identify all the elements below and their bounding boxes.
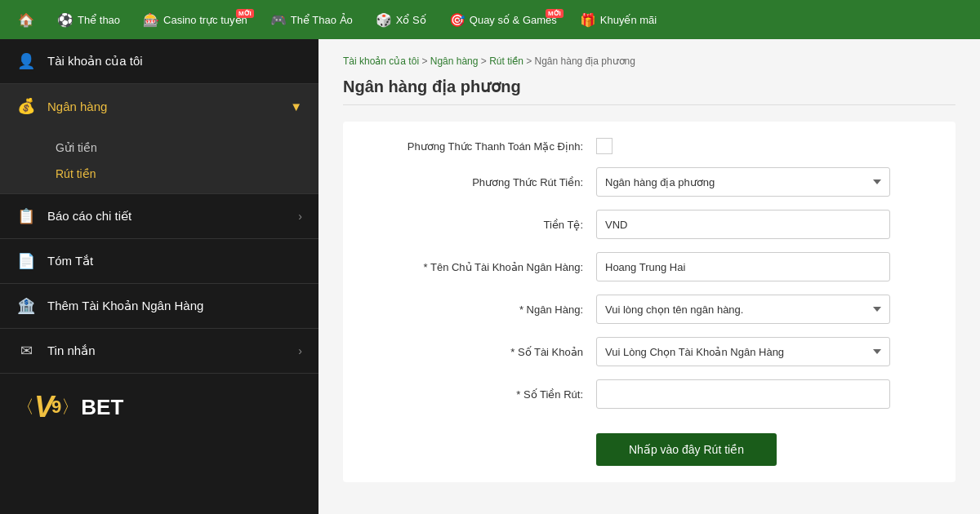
bank-icon: 💰 bbox=[16, 97, 36, 115]
nav-sports-label: Thể thao bbox=[78, 14, 120, 26]
sidebar-item-account[interactable]: 👤 Tài khoản của tôi bbox=[0, 39, 318, 84]
breadcrumb-withdraw[interactable]: Rút tiền bbox=[489, 55, 523, 67]
sidebar-messages-label: Tin nhắn bbox=[47, 343, 298, 358]
home-icon: 🏠 bbox=[18, 12, 34, 28]
account-number-select[interactable]: Vui Lòng Chọn Tài Khoản Ngân Hàng bbox=[596, 337, 890, 366]
messages-chevron-icon: › bbox=[298, 344, 302, 357]
nav-sports[interactable]: ⚽ Thể thao bbox=[47, 7, 130, 33]
breadcrumb-account[interactable]: Tài khoản của tôi bbox=[343, 55, 419, 67]
submit-button[interactable]: Nhấp vào đây Rút tiền bbox=[596, 433, 777, 466]
breadcrumb-sep3: > bbox=[526, 55, 534, 67]
nav-virtual[interactable]: 🎮 Thể Thao Ảo bbox=[261, 7, 363, 33]
sidebar-item-summary[interactable]: 📄 Tóm Tắt bbox=[0, 239, 318, 284]
sidebar-bank-submenu: Gửi tiền Rút tiền bbox=[0, 128, 318, 193]
bank-name-select[interactable]: Vui lòng chọn tên ngân hàng. bbox=[596, 295, 890, 324]
breadcrumb-current: Ngân hàng địa phương bbox=[535, 55, 635, 67]
casino-icon: 🎰 bbox=[143, 12, 159, 28]
breadcrumb-bank[interactable]: Ngân hàng bbox=[430, 55, 479, 67]
breadcrumb: Tài khoản của tôi > Ngân hàng > Rút tiền… bbox=[343, 55, 956, 67]
amount-input[interactable] bbox=[596, 379, 890, 409]
amount-label: * Số Tiền Rút: bbox=[368, 388, 596, 401]
sidebar-account-label: Tài khoản của tôi bbox=[47, 54, 302, 69]
form-submit-row: Nhấp vào đây Rút tiền bbox=[368, 425, 931, 466]
sidebar-deposit[interactable]: Gửi tiền bbox=[47, 135, 318, 161]
bank-form: Phương Thức Thanh Toán Mặc Định: Phương … bbox=[343, 122, 956, 482]
account-holder-label: * Tên Chủ Tài Khoản Ngân Hàng: bbox=[368, 261, 596, 273]
currency-input[interactable] bbox=[596, 210, 890, 239]
report-icon: 📋 bbox=[16, 207, 36, 225]
withdraw-method-label: Phương Thức Rút Tiền: bbox=[368, 176, 596, 188]
games-badge: MỚI bbox=[546, 9, 564, 18]
sports-icon: ⚽ bbox=[57, 12, 74, 28]
breadcrumb-sep2: > bbox=[481, 55, 489, 67]
account-number-label: * Số Tài Khoản bbox=[368, 346, 596, 358]
sidebar-bank-header[interactable]: 💰 Ngân hàng ▼ bbox=[0, 84, 318, 128]
logo-bet: BET bbox=[81, 395, 123, 420]
nav-games[interactable]: MỚI 🎯 Quay số & Games bbox=[439, 7, 567, 33]
form-row-currency: Tiền Tệ: bbox=[368, 210, 931, 239]
nav-promo-label: Khuyến mãi bbox=[600, 14, 657, 26]
sidebar-add-bank-label: Thêm Tài Khoản Ngân Hàng bbox=[47, 299, 302, 313]
nav-lottery-label: Xổ Số bbox=[396, 14, 426, 26]
breadcrumb-sep1: > bbox=[421, 55, 430, 67]
currency-label: Tiền Tệ: bbox=[368, 219, 596, 231]
sidebar-item-add-bank[interactable]: 🏦 Thêm Tài Khoản Ngân Hàng bbox=[0, 284, 318, 329]
messages-icon: ✉ bbox=[16, 342, 36, 360]
sidebar-summary-label: Tóm Tắt bbox=[47, 254, 302, 268]
sidebar-item-messages[interactable]: ✉ Tin nhắn › bbox=[0, 329, 318, 374]
withdraw-method-select[interactable]: Ngân hàng địa phương bbox=[596, 167, 890, 197]
sidebar-report-label: Báo cáo chi tiết bbox=[47, 209, 298, 224]
nav-lottery[interactable]: 🎲 Xổ Số bbox=[366, 7, 436, 33]
form-row-account-number: * Số Tài Khoản Vui Lòng Chọn Tài Khoản N… bbox=[368, 337, 931, 366]
main-container: 👤 Tài khoản của tôi 💰 Ngân hàng ▼ Gửi ti… bbox=[0, 39, 980, 514]
virtual-icon: 🎮 bbox=[270, 12, 287, 28]
default-payment-label: Phương Thức Thanh Toán Mặc Định: bbox=[368, 140, 596, 153]
add-bank-icon: 🏦 bbox=[16, 297, 36, 315]
bank-name-label: * Ngân Hàng: bbox=[368, 304, 596, 316]
casino-badge: MỚI bbox=[236, 9, 254, 18]
sidebar-bank-label: Ngân hàng bbox=[47, 100, 290, 113]
nav-casino[interactable]: MỚI 🎰 Casino trực tuyến bbox=[133, 7, 257, 33]
summary-icon: 📄 bbox=[16, 252, 36, 270]
form-row-default-payment: Phương Thức Thanh Toán Mặc Định: bbox=[368, 138, 931, 154]
account-holder-input[interactable] bbox=[596, 252, 890, 281]
sidebar: 👤 Tài khoản của tôi 💰 Ngân hàng ▼ Gửi ti… bbox=[0, 39, 318, 514]
logo-area: 〈 V 9 〉 BET bbox=[0, 374, 318, 441]
nav-games-label: Quay số & Games bbox=[470, 14, 557, 26]
nav-home[interactable]: 🏠 bbox=[8, 7, 44, 33]
logo-wing-right: 〉 bbox=[61, 395, 79, 419]
sidebar-withdraw[interactable]: Rút tiền bbox=[47, 161, 318, 187]
chevron-down-icon: ▼ bbox=[290, 100, 302, 113]
page-title: Ngân hàng địa phương bbox=[343, 77, 956, 105]
account-icon: 👤 bbox=[16, 52, 36, 70]
default-payment-checkbox[interactable] bbox=[596, 138, 612, 154]
chevron-right-icon: › bbox=[298, 210, 302, 223]
games-icon: 🎯 bbox=[449, 12, 466, 28]
promo-icon: 🎁 bbox=[580, 12, 596, 28]
sidebar-item-report[interactable]: 📋 Báo cáo chi tiết › bbox=[0, 194, 318, 239]
nav-casino-label: Casino trực tuyến bbox=[163, 14, 247, 26]
content-area: Tài khoản của tôi > Ngân hàng > Rút tiền… bbox=[318, 39, 980, 514]
form-row-account-holder: * Tên Chủ Tài Khoản Ngân Hàng: bbox=[368, 252, 931, 281]
form-row-amount: * Số Tiền Rút: bbox=[368, 379, 931, 409]
logo-9: 9 bbox=[51, 397, 61, 418]
logo-wing-left: 〈 bbox=[16, 395, 34, 419]
form-row-bank-name: * Ngân Hàng: Vui lòng chọn tên ngân hàng… bbox=[368, 295, 931, 324]
lottery-icon: 🎲 bbox=[376, 12, 392, 28]
sidebar-bank-section: 💰 Ngân hàng ▼ Gửi tiền Rút tiền bbox=[0, 84, 318, 194]
nav-promo[interactable]: 🎁 Khuyến mãi bbox=[570, 7, 666, 33]
top-navigation: 🏠 ⚽ Thể thao MỚI 🎰 Casino trực tuyến 🎮 T… bbox=[0, 0, 980, 39]
form-row-withdraw-method: Phương Thức Rút Tiền: Ngân hàng địa phươ… bbox=[368, 167, 931, 197]
nav-virtual-label: Thể Thao Ảo bbox=[291, 14, 353, 26]
